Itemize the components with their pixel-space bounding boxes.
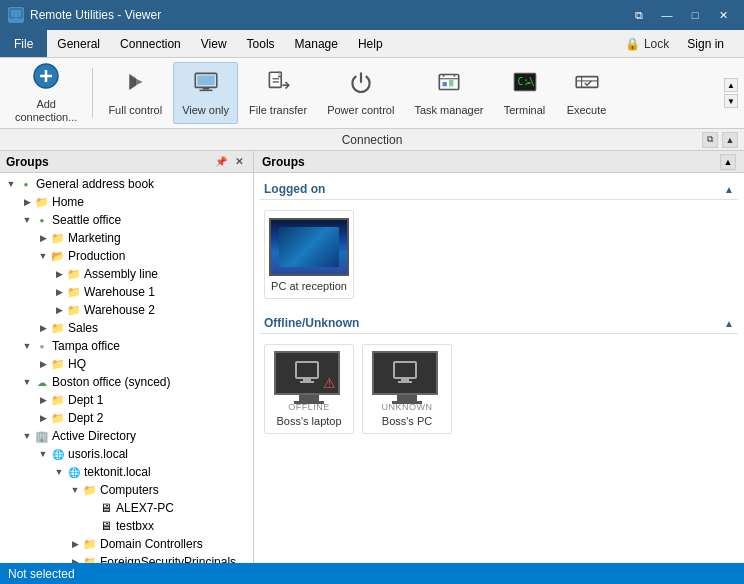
offline-unknown-section-header: Offline/Unknown ▲ xyxy=(260,313,738,334)
maximize-button[interactable]: □ xyxy=(682,5,708,25)
offline-collapse[interactable]: ▲ xyxy=(724,318,734,329)
terminal-button[interactable]: C:\ Terminal xyxy=(495,62,555,124)
tree-item-seattle-office[interactable]: ▼ ● Seattle office xyxy=(0,211,253,229)
tree-item-testbxx[interactable]: 🖥 testbxx xyxy=(0,517,253,535)
panel-close-icon[interactable]: ✕ xyxy=(231,154,247,170)
boss-pc-monitor xyxy=(372,351,442,401)
tree-item-foreign-security[interactable]: ▶ 📁 ForeignSecurityPrincipals xyxy=(0,553,253,563)
expand-tektonit[interactable]: ▼ xyxy=(52,465,66,479)
right-panel-collapse[interactable]: ▲ xyxy=(720,154,736,170)
toolbar-scroll-down[interactable]: ▼ xyxy=(724,94,738,108)
left-panel: Groups 📌 ✕ ▼ ● General address book ▶ 📁 … xyxy=(0,151,254,563)
computer-icon-testbxx: 🖥 xyxy=(98,519,114,533)
tampa-office-label: Tampa office xyxy=(52,339,120,353)
add-connection-button[interactable]: Addconnection... xyxy=(6,62,86,124)
task-manager-button[interactable]: Task manager xyxy=(405,62,492,124)
tree-item-dept-2[interactable]: ▶ 📁 Dept 2 xyxy=(0,409,253,427)
expand-sales[interactable]: ▶ xyxy=(36,321,50,335)
tree-item-tektonit-local[interactable]: ▼ 🌐 tektonit.local xyxy=(0,463,253,481)
connection-collapse-btn[interactable]: ▲ xyxy=(722,132,738,148)
help-menu[interactable]: Help xyxy=(348,30,393,57)
view-only-icon xyxy=(192,68,220,101)
expand-marketing[interactable]: ▶ xyxy=(36,231,50,245)
task-manager-icon xyxy=(435,68,463,101)
logged-on-collapse[interactable]: ▲ xyxy=(724,184,734,195)
expand-domain-controllers[interactable]: ▶ xyxy=(68,537,82,551)
svg-rect-8 xyxy=(199,90,212,92)
expand-boston[interactable]: ▼ xyxy=(20,375,34,389)
signin-button[interactable]: Sign in xyxy=(677,37,734,51)
tree-item-marketing[interactable]: ▶ 📁 Marketing xyxy=(0,229,253,247)
restore-button[interactable]: ⧉ xyxy=(626,5,652,25)
expand-usoris[interactable]: ▼ xyxy=(36,447,50,461)
view-menu[interactable]: View xyxy=(191,30,237,57)
expand-dept2[interactable]: ▶ xyxy=(36,411,50,425)
execute-button[interactable]: Execute xyxy=(557,62,617,124)
view-only-button[interactable]: View only xyxy=(173,62,238,124)
monitor-base-2 xyxy=(392,401,422,404)
tree-item-domain-controllers[interactable]: ▶ 📁 Domain Controllers xyxy=(0,535,253,553)
minimize-button[interactable]: — xyxy=(654,5,680,25)
tree-item-tampa-office[interactable]: ▼ ● Tampa office xyxy=(0,337,253,355)
full-control-button[interactable]: Full control xyxy=(99,62,171,124)
file-menu[interactable]: File xyxy=(0,30,47,57)
logged-on-devices: PC at reception xyxy=(260,206,738,303)
connection-menu[interactable]: Connection xyxy=(110,30,191,57)
right-panel-header: Groups ▲ xyxy=(254,151,744,173)
close-button[interactable]: ✕ xyxy=(710,5,736,25)
computers-label: Computers xyxy=(100,483,159,497)
svg-rect-26 xyxy=(296,362,318,378)
expand-ad[interactable]: ▼ xyxy=(20,429,34,443)
tree-item-warehouse-1[interactable]: ▶ 📁 Warehouse 1 xyxy=(0,283,253,301)
connection-bar-right: ⧉ ▲ xyxy=(702,132,738,148)
offline-devices: ⚠ OFFLINE Boss's laptop xyxy=(260,340,738,438)
device-pc-reception[interactable]: PC at reception xyxy=(264,210,354,299)
computer-icon-alex: 🖥 xyxy=(98,501,114,515)
folder-icon-assembly: 📁 xyxy=(66,267,82,281)
svg-rect-29 xyxy=(394,362,416,378)
tree-item-usoris-local[interactable]: ▼ 🌐 usoris.local xyxy=(0,445,253,463)
expand-warehouse-1[interactable]: ▶ xyxy=(52,285,66,299)
manage-menu[interactable]: Manage xyxy=(285,30,348,57)
tree-item-dept-1[interactable]: ▶ 📁 Dept 1 xyxy=(0,391,253,409)
production-label: Production xyxy=(68,249,125,263)
toolbar-scroll-up[interactable]: ▲ xyxy=(724,78,738,92)
tree-item-alex7-pc[interactable]: 🖥 ALEX7-PC xyxy=(0,499,253,517)
power-control-button[interactable]: Power control xyxy=(318,62,403,124)
tree-item-general-address-book[interactable]: ▼ ● General address book xyxy=(0,175,253,193)
expand-tampa[interactable]: ▼ xyxy=(20,339,34,353)
tree-item-production[interactable]: ▼ 📂 Production xyxy=(0,247,253,265)
lock-sign[interactable]: 🔒 Lock xyxy=(625,37,669,51)
expand-foreign[interactable]: ▶ xyxy=(68,555,82,563)
boss-pc-label: Boss's PC xyxy=(382,415,432,427)
expand-hq[interactable]: ▶ xyxy=(36,357,50,371)
device-boss-pc[interactable]: UNKNOWN Boss's PC xyxy=(362,344,452,434)
expand-seattle[interactable]: ▼ xyxy=(20,213,34,227)
tree-item-hq[interactable]: ▶ 📁 HQ xyxy=(0,355,253,373)
home-label: Home xyxy=(52,195,84,209)
expand-dept1[interactable]: ▶ xyxy=(36,393,50,407)
tree-item-active-directory[interactable]: ▼ 🏢 Active Directory xyxy=(0,427,253,445)
tree-item-boston-office[interactable]: ▼ ☁ Boston office (synced) xyxy=(0,373,253,391)
panel-pin-icon[interactable]: 📌 xyxy=(213,154,229,170)
tree-item-sales[interactable]: ▶ 📁 Sales xyxy=(0,319,253,337)
connection-expand-btn[interactable]: ⧉ xyxy=(702,132,718,148)
device-boss-laptop[interactable]: ⚠ OFFLINE Boss's laptop xyxy=(264,344,354,434)
file-transfer-button[interactable]: File transfer xyxy=(240,62,316,124)
expand-production[interactable]: ▼ xyxy=(36,249,50,263)
domain-icon-tektonit: 🌐 xyxy=(66,465,82,479)
expand-general[interactable]: ▼ xyxy=(4,177,18,191)
expand-computers[interactable]: ▼ xyxy=(68,483,82,497)
folder-icon-hq: 📁 xyxy=(50,357,66,371)
boss-laptop-screen: ⚠ xyxy=(274,351,340,395)
tree-item-computers[interactable]: ▼ 📁 Computers xyxy=(0,481,253,499)
tools-menu[interactable]: Tools xyxy=(237,30,285,57)
expand-home[interactable]: ▶ xyxy=(20,195,34,209)
expand-warehouse-2[interactable]: ▶ xyxy=(52,303,66,317)
toolbar-scroll: ▲ ▼ xyxy=(724,78,738,108)
tree-item-assembly-line[interactable]: ▶ 📁 Assembly line xyxy=(0,265,253,283)
tree-item-home[interactable]: ▶ 📁 Home xyxy=(0,193,253,211)
tree-item-warehouse-2[interactable]: ▶ 📁 Warehouse 2 xyxy=(0,301,253,319)
general-menu[interactable]: General xyxy=(47,30,110,57)
expand-assembly[interactable]: ▶ xyxy=(52,267,66,281)
